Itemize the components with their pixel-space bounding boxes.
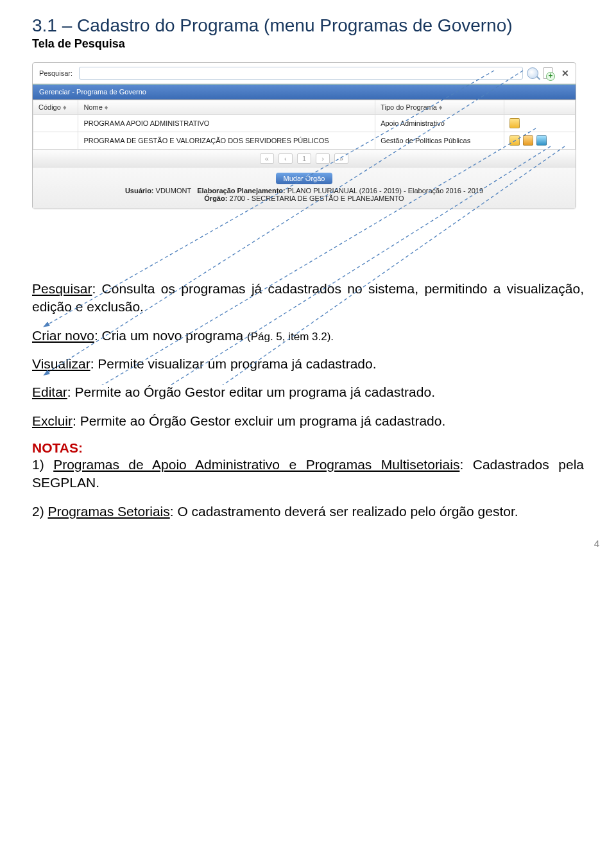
section-subtitle: Tela de Pesquisa bbox=[32, 37, 584, 51]
change-org-button[interactable]: Mudar Órgão bbox=[276, 173, 333, 184]
close-icon[interactable]: ✕ bbox=[561, 68, 569, 78]
cell-actions bbox=[504, 132, 576, 150]
view-icon[interactable] bbox=[509, 135, 520, 146]
edit-icon[interactable] bbox=[523, 135, 533, 146]
search-label: Pesquisar: bbox=[39, 69, 73, 77]
footer-panel: Mudar Órgão Usuário: VDUMONT Elaboração … bbox=[33, 167, 576, 209]
col-header-actions bbox=[504, 100, 576, 115]
cell-tipo: Apoio Administrativo bbox=[375, 115, 504, 132]
new-record-icon[interactable] bbox=[542, 67, 554, 79]
section-title: 3.1 – Cadastro do Programa (menu Program… bbox=[32, 15, 584, 36]
footer-line-2: Órgão: 2700 - SECRETARIA DE GESTÃO E PLA… bbox=[33, 194, 576, 202]
search-input[interactable] bbox=[79, 67, 523, 80]
table-header-row: Código ♦ Nome ♦ Tipo do Programa ♦ bbox=[33, 100, 576, 115]
pager-last[interactable]: » bbox=[334, 153, 348, 164]
cell-tipo: Gestão de Políticas Públicas bbox=[375, 132, 504, 150]
pager-prev[interactable]: ‹ bbox=[278, 153, 293, 164]
page-number: 4 bbox=[594, 538, 599, 549]
cell-codigo bbox=[33, 132, 78, 150]
desc-criar-novo: Criar novo: Cria um novo programa (Pág. … bbox=[32, 327, 584, 345]
desc-visualizar: Visualizar: Permite visualizar um progra… bbox=[32, 355, 584, 373]
search-icon[interactable] bbox=[527, 67, 538, 79]
nota-1: 1) Programas de Apoio Administrativo e P… bbox=[32, 456, 584, 492]
programs-table: Código ♦ Nome ♦ Tipo do Programa ♦ PROGR… bbox=[33, 99, 576, 150]
app-screenshot: Pesquisar: ✕ Gerenciar - Programa de Gov… bbox=[32, 62, 576, 209]
panel-title: Gerenciar - Programa de Governo bbox=[33, 84, 576, 99]
col-header-codigo[interactable]: Código ♦ bbox=[33, 100, 78, 115]
notas-heading: NOTAS: bbox=[32, 440, 584, 456]
pager: « ‹ 1 › » bbox=[33, 150, 576, 167]
pager-next[interactable]: › bbox=[316, 153, 330, 164]
delete-icon[interactable] bbox=[536, 135, 547, 146]
desc-editar: Editar: Permite ao Órgão Gestor editar u… bbox=[32, 383, 584, 401]
nota-2: 2) Programas Setoriais: O cadastramento … bbox=[32, 503, 584, 521]
cell-codigo bbox=[33, 115, 78, 132]
pager-page[interactable]: 1 bbox=[297, 153, 311, 164]
search-bar: Pesquisar: ✕ bbox=[33, 63, 576, 84]
table-row: PROGRAMA DE GESTÃO E VALORIZAÇÃO DOS SER… bbox=[33, 132, 576, 150]
col-header-nome[interactable]: Nome ♦ bbox=[78, 100, 375, 115]
desc-excluir: Excluir: Permite ao Órgão Gestor excluir… bbox=[32, 412, 584, 430]
pager-first[interactable]: « bbox=[260, 153, 274, 164]
footer-line-1: Usuário: VDUMONT Elaboração Planejamento… bbox=[33, 187, 576, 194]
table-row: PROGRAMA APOIO ADMINISTRATIVO Apoio Admi… bbox=[33, 115, 576, 132]
desc-pesquisar: Pesquisar: Consulta os programas já cada… bbox=[32, 280, 584, 316]
cell-nome: PROGRAMA APOIO ADMINISTRATIVO bbox=[78, 115, 375, 132]
cell-nome: PROGRAMA DE GESTÃO E VALORIZAÇÃO DOS SER… bbox=[78, 132, 375, 150]
cell-actions bbox=[504, 115, 576, 132]
view-icon[interactable] bbox=[509, 118, 520, 128]
col-header-tipo[interactable]: Tipo do Programa ♦ bbox=[375, 100, 504, 115]
